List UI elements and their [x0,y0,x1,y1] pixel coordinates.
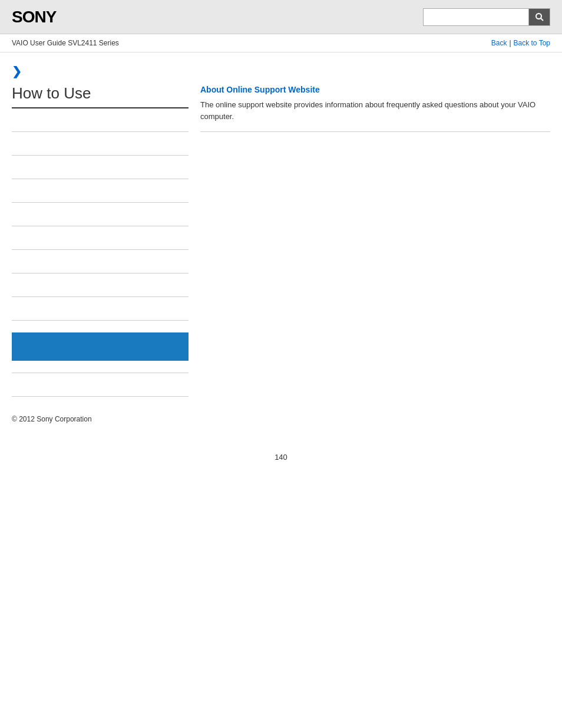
list-item [12,373,189,397]
list-item [12,297,189,321]
page-number: 140 [0,435,562,479]
search-input[interactable] [423,8,529,26]
article-body: The online support website provides info… [200,99,550,132]
back-to-top-link[interactable]: Back to Top [514,39,550,47]
sidebar-chevron-icon: ❯ [12,64,189,78]
sidebar-items [12,108,189,397]
right-content: About Online Support Website The online … [200,64,550,397]
sidebar: ❯ How to Use [12,64,189,397]
copyright-text: © 2012 Sony Corporation [12,415,92,423]
list-item [12,321,189,373]
list-item [12,179,189,203]
list-item [12,203,189,226]
sidebar-title: How to Use [12,84,189,108]
list-item [12,132,189,156]
nav-separator: | [509,39,511,47]
list-item [12,226,189,250]
main-content: ❯ How to Use [0,52,562,409]
search-icon [535,12,544,22]
svg-line-1 [541,18,543,21]
search-area [423,8,550,26]
svg-point-0 [536,14,541,19]
list-item [12,108,189,132]
header: SONY [0,0,562,34]
article-title[interactable]: About Online Support Website [200,85,550,94]
back-link[interactable]: Back [491,39,507,47]
sidebar-highlight-item[interactable] [12,332,189,361]
nav-links: Back | Back to Top [491,39,550,47]
list-item [12,156,189,179]
footer: © 2012 Sony Corporation [0,409,562,435]
list-item [12,250,189,274]
sony-logo: SONY [12,8,56,27]
breadcrumb-bar: VAIO User Guide SVL2411 Series Back | Ba… [0,34,562,52]
search-button[interactable] [529,8,550,26]
breadcrumb-text: VAIO User Guide SVL2411 Series [12,39,119,47]
list-item [12,274,189,297]
